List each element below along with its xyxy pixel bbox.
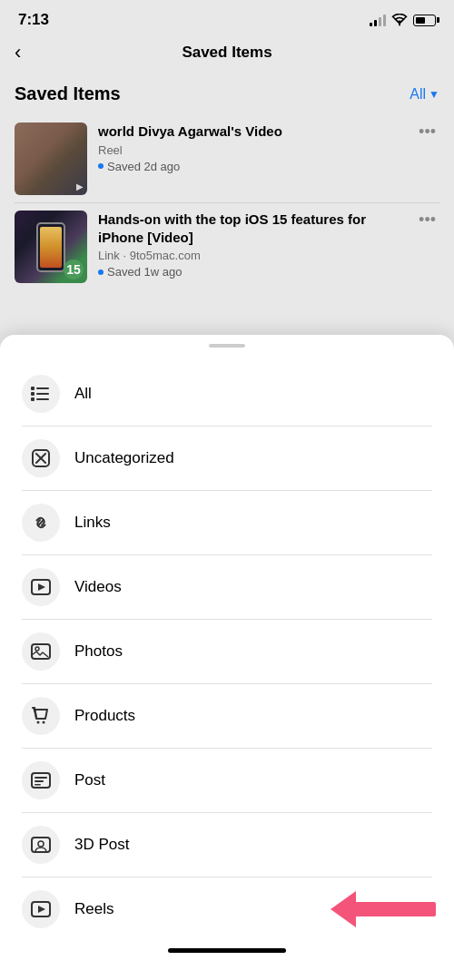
status-icons xyxy=(370,14,436,26)
video-icon xyxy=(31,577,51,597)
saved-item-1: world Divya Agarwal's Video Reel Saved 2… xyxy=(15,115,439,203)
filter-icon-wrap-products xyxy=(22,697,60,735)
svg-rect-2 xyxy=(36,393,49,395)
section-header: Saved Items All ▼ xyxy=(15,83,439,104)
item-more-button-2[interactable]: ••• xyxy=(415,211,439,230)
svg-rect-5 xyxy=(31,392,35,396)
back-button[interactable]: ‹ xyxy=(15,41,21,64)
filter-icon-wrap-all xyxy=(22,375,60,413)
item-title-1: world Divya Agarwal's Video xyxy=(98,122,404,141)
item-saved-1: Saved 2d ago xyxy=(98,160,404,173)
svg-rect-3 xyxy=(36,398,49,400)
post-icon xyxy=(31,770,51,790)
chevron-down-icon: ▼ xyxy=(429,88,439,101)
svg-point-14 xyxy=(37,721,40,724)
filter-item-3dpost[interactable]: 3D Post xyxy=(0,813,454,877)
item-info-2: Hands-on with the top iOS 15 features fo… xyxy=(98,211,404,279)
svg-rect-20 xyxy=(32,838,50,852)
item-saved-text-1: Saved 2d ago xyxy=(107,160,180,173)
list-icon xyxy=(31,386,51,402)
products-icon xyxy=(31,706,51,726)
filter-icon-wrap-3dpost xyxy=(22,826,60,864)
status-bar: 7:13 xyxy=(0,0,454,36)
filter-item-post[interactable]: Post xyxy=(0,749,454,812)
filter-all-button[interactable]: All ▼ xyxy=(410,86,439,103)
status-time: 7:13 xyxy=(18,11,49,29)
phone-graphic xyxy=(36,222,65,272)
nav-header: ‹ Saved Items xyxy=(0,36,454,73)
filter-label-post: Post xyxy=(74,771,105,789)
svg-marker-11 xyxy=(38,583,45,591)
uncategorized-icon xyxy=(31,448,51,468)
filter-item-products[interactable]: Products xyxy=(0,684,454,748)
highlight-arrow xyxy=(331,891,436,927)
filter-label-all: All xyxy=(74,385,92,403)
filter-item-all[interactable]: All xyxy=(0,362,454,426)
item-thumbnail-1 xyxy=(15,122,87,195)
filter-icon-wrap-videos xyxy=(22,568,60,606)
arrow-head xyxy=(331,891,356,927)
svg-rect-6 xyxy=(31,397,35,401)
saved-dot-2 xyxy=(98,270,104,275)
sheet-handle xyxy=(209,344,245,348)
filter-label-uncategorized: Uncategorized xyxy=(74,449,174,467)
reel-thumbnail xyxy=(15,122,87,195)
filter-label-products: Products xyxy=(74,707,135,725)
saved-dot-1 xyxy=(98,163,104,169)
svg-point-15 xyxy=(43,721,45,724)
wifi-icon xyxy=(391,14,408,26)
filter-item-photos[interactable]: Photos xyxy=(0,620,454,683)
filter-icon-wrap-photos xyxy=(22,632,60,671)
svg-rect-1 xyxy=(36,387,49,389)
home-indicator xyxy=(168,948,286,953)
filter-icon-wrap-post xyxy=(22,761,60,799)
filter-label-links: Links xyxy=(74,514,111,532)
svg-point-21 xyxy=(38,841,44,847)
svg-point-13 xyxy=(35,647,39,651)
battery-icon xyxy=(413,15,436,26)
filter-item-videos[interactable]: Videos xyxy=(0,555,454,619)
svg-rect-4 xyxy=(31,387,35,390)
filter-label-3dpost: 3D Post xyxy=(74,836,129,854)
filter-item-links[interactable]: Links xyxy=(0,491,454,554)
filter-icon-wrap-links xyxy=(22,504,60,542)
3dpost-icon xyxy=(31,835,51,855)
filter-icon-wrap-uncategorized xyxy=(22,439,60,477)
photo-icon xyxy=(31,642,51,662)
item-info-1: world Divya Agarwal's Video Reel Saved 2… xyxy=(98,122,404,173)
filter-icon-wrap-reels xyxy=(22,890,60,928)
filter-label-reels: Reels xyxy=(74,900,114,918)
filter-label-photos: Photos xyxy=(74,642,123,661)
item-meta-1: Reel xyxy=(98,143,404,157)
signal-icon xyxy=(370,14,386,26)
filter-item-reels[interactable]: Reels xyxy=(0,877,454,941)
item-title-2: Hands-on with the top iOS 15 features fo… xyxy=(98,211,404,246)
svg-rect-18 xyxy=(35,780,44,782)
item-saved-text-2: Saved 1w ago xyxy=(107,265,182,279)
content-area: Saved Items All ▼ world Divya Agarwal's … xyxy=(0,73,454,290)
item-saved-2: Saved 1w ago xyxy=(98,265,404,279)
reels-icon xyxy=(31,899,51,919)
svg-marker-23 xyxy=(38,906,45,913)
svg-point-0 xyxy=(399,24,400,25)
ios-number: 15 xyxy=(64,260,84,279)
arrow-body xyxy=(354,902,436,916)
filter-all-label: All xyxy=(410,86,426,103)
filter-item-uncategorized[interactable]: Uncategorized xyxy=(0,426,454,490)
svg-rect-19 xyxy=(35,784,41,786)
filter-label-videos: Videos xyxy=(74,578,122,596)
item-more-button-1[interactable]: ••• xyxy=(415,122,439,142)
item-meta-2: Link · 9to5mac.com xyxy=(98,249,404,262)
nav-title: Saved Items xyxy=(182,44,271,62)
section-title: Saved Items xyxy=(15,83,121,104)
bottom-sheet: All Uncategorized Links xyxy=(0,335,454,980)
saved-item-2: 15 Hands-on with the top iOS 15 features… xyxy=(15,203,439,290)
ios-thumbnail: 15 xyxy=(15,211,87,283)
phone-screen xyxy=(40,227,62,268)
link-icon xyxy=(31,513,51,533)
item-thumbnail-2: 15 xyxy=(15,211,87,283)
svg-rect-17 xyxy=(35,777,47,779)
